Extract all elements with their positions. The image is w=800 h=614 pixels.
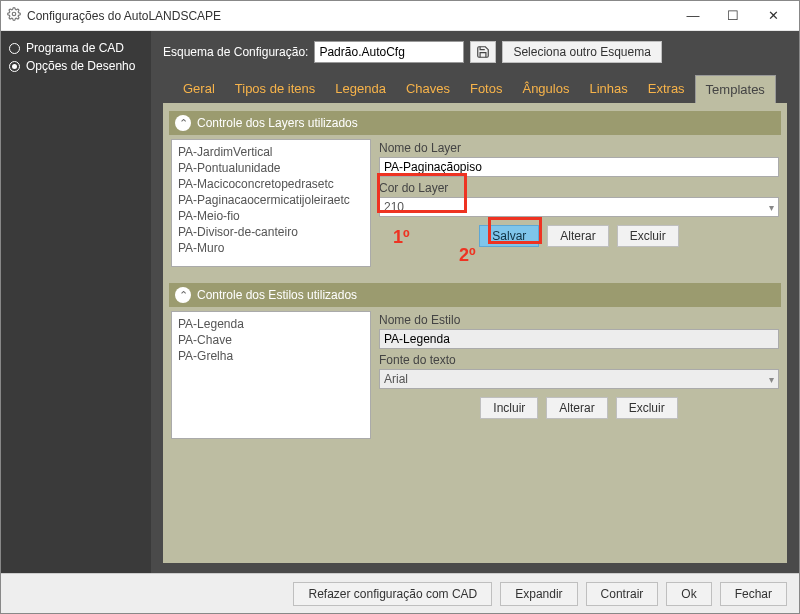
tab-tipos-itens[interactable]: Tipos de itens	[225, 75, 325, 103]
sidebar-item-label: Programa de CAD	[26, 41, 124, 55]
list-item[interactable]: PA-Divisor-de-canteiro	[178, 224, 364, 240]
annotation-label-2: 2º	[459, 245, 476, 266]
tab-fotos[interactable]: Fotos	[460, 75, 513, 103]
style-add-button[interactable]: Incluir	[480, 397, 538, 419]
titlebar: Configurações do AutoLANDSCAPE — ☐ ✕	[1, 1, 799, 31]
footer: Refazer configuração com CAD Expandir Co…	[1, 573, 799, 613]
style-font-label: Fonte do texto	[379, 353, 779, 367]
style-fields: Nome do Estilo Fonte do texto Arial ▾ In…	[379, 311, 779, 439]
layer-name-label: Nome do Layer	[379, 141, 779, 155]
select-other-scheme-label: Seleciona outro Esquema	[513, 45, 650, 59]
tab-legenda[interactable]: Legenda	[325, 75, 396, 103]
minimize-button[interactable]: —	[673, 2, 713, 30]
contract-button[interactable]: Contrair	[586, 582, 659, 606]
tab-chaves[interactable]: Chaves	[396, 75, 460, 103]
tab-extras[interactable]: Extras	[638, 75, 695, 103]
sidebar-item-programa-cad[interactable]: Programa de CAD	[9, 41, 143, 55]
svg-point-0	[12, 12, 16, 16]
style-font-value: Arial	[384, 372, 769, 386]
section-header-layers: ⌃ Controle dos Layers utilizados	[169, 111, 781, 135]
tab-templates[interactable]: Templates	[695, 75, 776, 103]
layer-color-combo[interactable]: 210 ▾	[379, 197, 779, 217]
list-item[interactable]: PA-Muro	[178, 240, 364, 256]
sidebar-item-opcoes-desenho[interactable]: Opções de Desenho	[9, 59, 143, 73]
config-row: Esquema de Configuração: Seleciona outro…	[163, 41, 787, 63]
layer-save-button[interactable]: Salvar	[479, 225, 539, 247]
style-delete-button[interactable]: Excluir	[616, 397, 678, 419]
style-edit-button[interactable]: Alterar	[546, 397, 607, 419]
config-label: Esquema de Configuração:	[163, 45, 308, 59]
close-button[interactable]: ✕	[753, 2, 793, 30]
collapse-icon[interactable]: ⌃	[175, 287, 191, 303]
radio-icon	[9, 61, 20, 72]
section-title: Controle dos Layers utilizados	[197, 116, 358, 130]
list-item[interactable]: PA-Pontualunidade	[178, 160, 364, 176]
remake-cad-button[interactable]: Refazer configuração com CAD	[293, 582, 492, 606]
list-item[interactable]: PA-Chave	[178, 332, 364, 348]
tabs: Geral Tipos de itens Legenda Chaves Foto…	[173, 75, 787, 103]
list-item[interactable]: PA-Paginacaocermicatijoleiraetc	[178, 192, 364, 208]
window-buttons: — ☐ ✕	[673, 2, 793, 30]
section-body-styles: PA-Legenda PA-Chave PA-Grelha Nome do Es…	[169, 307, 781, 451]
list-item[interactable]: PA-Macicoconcretopedrasetc	[178, 176, 364, 192]
window-title: Configurações do AutoLANDSCAPE	[27, 9, 221, 23]
list-item[interactable]: PA-Grelha	[178, 348, 364, 364]
body: Programa de CAD Opções de Desenho Esquem…	[1, 31, 799, 573]
select-other-scheme-button[interactable]: Seleciona outro Esquema	[502, 41, 661, 63]
styles-listbox[interactable]: PA-Legenda PA-Chave PA-Grelha	[171, 311, 371, 439]
section-body-layers: PA-JardimVertical PA-Pontualunidade PA-M…	[169, 135, 781, 279]
scheme-input[interactable]	[314, 41, 464, 63]
panel: ⌃ Controle dos Layers utilizados PA-Jard…	[163, 103, 787, 563]
section-title: Controle dos Estilos utilizados	[197, 288, 357, 302]
layer-buttons: Salvar Alterar Excluir	[379, 225, 779, 247]
radio-icon	[9, 43, 20, 54]
style-font-combo[interactable]: Arial ▾	[379, 369, 779, 389]
layer-name-input[interactable]	[379, 157, 779, 177]
layer-edit-button[interactable]: Alterar	[547, 225, 608, 247]
sidebar: Programa de CAD Opções de Desenho	[1, 31, 151, 573]
tab-linhas[interactable]: Linhas	[579, 75, 637, 103]
layer-fields: Nome do Layer Cor do Layer 210 ▾ Salvar …	[379, 139, 779, 267]
style-name-label: Nome do Estilo	[379, 313, 779, 327]
maximize-button[interactable]: ☐	[713, 2, 753, 30]
section-header-styles: ⌃ Controle dos Estilos utilizados	[169, 283, 781, 307]
chevron-down-icon: ▾	[769, 202, 774, 213]
expand-button[interactable]: Expandir	[500, 582, 577, 606]
collapse-icon[interactable]: ⌃	[175, 115, 191, 131]
layer-color-value: 210	[384, 200, 769, 214]
tab-geral[interactable]: Geral	[173, 75, 225, 103]
list-item[interactable]: PA-Meio-fio	[178, 208, 364, 224]
style-buttons: Incluir Alterar Excluir	[379, 397, 779, 419]
save-scheme-button[interactable]	[470, 41, 496, 63]
gear-icon	[7, 7, 21, 24]
main: Esquema de Configuração: Seleciona outro…	[151, 31, 799, 573]
chevron-down-icon: ▾	[769, 374, 774, 385]
close-dialog-button[interactable]: Fechar	[720, 582, 787, 606]
layers-listbox[interactable]: PA-JardimVertical PA-Pontualunidade PA-M…	[171, 139, 371, 267]
layer-delete-button[interactable]: Excluir	[617, 225, 679, 247]
sidebar-item-label: Opções de Desenho	[26, 59, 135, 73]
list-item[interactable]: PA-Legenda	[178, 316, 364, 332]
ok-button[interactable]: Ok	[666, 582, 711, 606]
layer-color-label: Cor do Layer	[379, 181, 779, 195]
tab-angulos[interactable]: Ângulos	[512, 75, 579, 103]
style-name-input[interactable]	[379, 329, 779, 349]
list-item[interactable]: PA-JardimVertical	[178, 144, 364, 160]
